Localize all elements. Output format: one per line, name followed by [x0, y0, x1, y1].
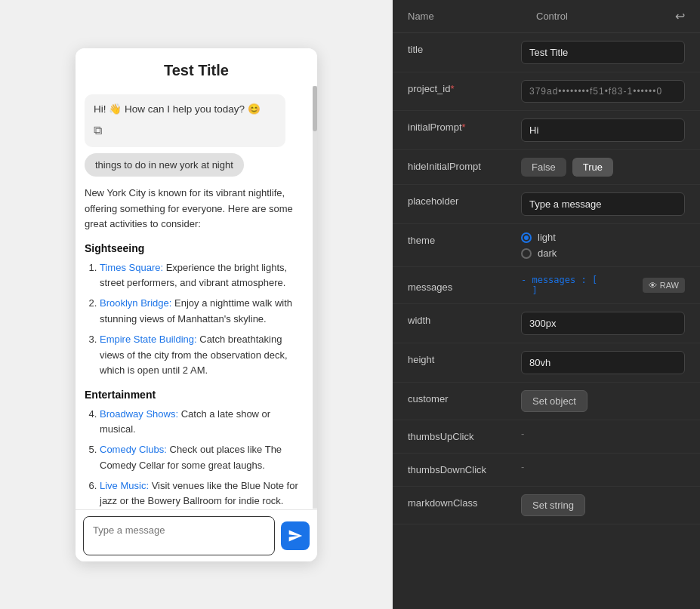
item-title: Times Square:	[100, 262, 163, 273]
prop-name-hide-initial-prompt: hideInitialPrompt	[408, 158, 506, 172]
placeholder-input[interactable]	[521, 192, 685, 216]
list-item: Times Square: Experience the bright ligh…	[100, 260, 308, 292]
eye-icon: 👁	[649, 281, 657, 290]
prop-control-thumbs-down: -	[521, 461, 685, 472]
prop-name-messages: messages	[408, 278, 506, 293]
prop-control-markdown-class: Set string	[521, 494, 685, 516]
prop-name-customer: customer	[408, 390, 506, 404]
section2-title: Entertainment	[85, 386, 308, 403]
list-item: Live Music: Visit venues like the Blue N…	[100, 478, 308, 509]
entertainment-list: Broadway Shows: Catch a late show or mus…	[85, 407, 308, 509]
user-message-bubble: things to do in new york at night	[85, 153, 244, 177]
bot-initial-message: Hi! 👋 How can I help you today? 😊 ⧉	[85, 94, 285, 147]
thumbs-down-value: -	[521, 461, 524, 472]
prop-name-thumbs-up: thumbsUpClick	[408, 428, 506, 442]
list-item: Brooklyn Bridge: Enjoy a nighttime walk …	[100, 296, 308, 328]
prop-control-initial-prompt	[521, 118, 685, 142]
prop-row-title: title	[393, 33, 700, 72]
chat-title: Test Title	[76, 48, 317, 88]
prop-name-project-id: project_id*	[408, 80, 506, 94]
messages-value: - messages : [ ]	[521, 275, 637, 296]
prop-control-project-id	[521, 80, 685, 103]
copy-icon[interactable]: ⧉	[94, 121, 102, 140]
send-icon	[288, 528, 303, 543]
chat-input-area	[76, 509, 317, 561]
chat-input[interactable]	[83, 516, 275, 555]
sightseeing-list: Times Square: Experience the bright ligh…	[85, 260, 308, 380]
reset-icon[interactable]: ↩	[675, 9, 685, 23]
prop-control-title	[521, 41, 685, 64]
initial-message-text: Hi! 👋 How can I help you today? 😊	[94, 103, 261, 115]
list-item: Comedy Clubs: Check out places like The …	[100, 442, 308, 474]
item-title: Empire State Building:	[100, 334, 197, 345]
project-id-input[interactable]	[521, 80, 685, 103]
prop-row-hide-initial-prompt: hideInitialPrompt False True	[393, 150, 700, 185]
send-button[interactable]	[281, 521, 310, 550]
theme-light-label: light	[538, 232, 556, 243]
right-panel: Name Control ↩ title project_id* initial…	[393, 0, 700, 609]
prop-row-placeholder: placeholder	[393, 185, 700, 224]
item-title: Comedy Clubs:	[100, 444, 167, 455]
prop-name-height: height	[408, 351, 506, 365]
prop-control-width	[521, 312, 685, 335]
prop-control-hide-initial-prompt: False True	[521, 158, 685, 177]
chat-widget: Test Title Hi! 👋 How can I help you toda…	[76, 48, 317, 561]
props-header: Name Control ↩	[393, 0, 700, 33]
prop-row-project-id: project_id*	[393, 72, 700, 111]
bot-response-intro: New York City is known for its vibrant n…	[85, 187, 293, 230]
list-item: Empire State Building: Catch breathtakin…	[100, 332, 308, 379]
title-input[interactable]	[521, 41, 685, 64]
prop-row-width: width	[393, 304, 700, 343]
initial-prompt-input[interactable]	[521, 118, 685, 142]
item-title: Brooklyn Bridge:	[100, 297, 171, 309]
prop-row-thumbs-down: thumbsDownClick -	[393, 454, 700, 487]
toggle-false-button[interactable]: False	[521, 158, 566, 177]
prop-name-title: title	[408, 41, 506, 55]
theme-dark-option[interactable]: dark	[521, 248, 557, 259]
toggle-true-button[interactable]: True	[572, 158, 613, 177]
prop-control-messages: - messages : [ ] 👁 RAW	[521, 275, 685, 296]
section1-title: Sightseeing	[85, 240, 308, 257]
prop-control-customer: Set object	[521, 390, 685, 412]
item-title: Live Music:	[100, 480, 149, 491]
prop-row-messages: messages - messages : [ ] 👁 RAW	[393, 267, 700, 304]
prop-name-width: width	[408, 312, 506, 326]
prop-control-placeholder	[521, 192, 685, 216]
prop-row-height: height	[393, 343, 700, 383]
raw-button[interactable]: 👁 RAW	[643, 278, 685, 293]
theme-radio-group: light dark	[521, 232, 557, 259]
prop-name-placeholder: placeholder	[408, 192, 506, 207]
prop-name-thumbs-down: thumbsDownClick	[408, 461, 506, 475]
prop-control-thumbs-up: -	[521, 428, 685, 439]
prop-row-thumbs-up: thumbsUpClick -	[393, 420, 700, 454]
chat-messages: Hi! 👋 How can I help you today? 😊 ⧉ thin…	[76, 88, 317, 509]
set-string-button[interactable]: Set string	[521, 494, 585, 516]
theme-light-option[interactable]: light	[521, 232, 557, 243]
height-input[interactable]	[521, 351, 685, 374]
prop-row-customer: customer Set object	[393, 383, 700, 420]
user-message-text: things to do in new york at night	[95, 159, 233, 171]
left-panel: Test Title Hi! 👋 How can I help you toda…	[0, 0, 393, 609]
prop-control-theme: light dark	[521, 232, 685, 259]
radio-dark-circle	[521, 248, 532, 259]
prop-control-height	[521, 351, 685, 374]
prop-row-markdown-class: markdownClass Set string	[393, 487, 700, 524]
header-control-label: Control	[536, 11, 645, 22]
prop-row-initial-prompt: initialPrompt*	[393, 111, 700, 150]
item-title: Broadway Shows:	[100, 408, 178, 420]
prop-name-markdown-class: markdownClass	[408, 494, 506, 509]
width-input[interactable]	[521, 312, 685, 335]
radio-light-circle	[521, 232, 532, 243]
prop-name-initial-prompt: initialPrompt*	[408, 118, 506, 133]
prop-name-theme: theme	[408, 232, 506, 246]
theme-dark-label: dark	[538, 248, 557, 259]
bot-response: New York City is known for its vibrant n…	[85, 183, 308, 509]
set-object-button[interactable]: Set object	[521, 390, 587, 412]
header-name-label: Name	[408, 11, 506, 22]
scroll-track	[313, 86, 317, 509]
thumbs-up-value: -	[521, 428, 524, 439]
scroll-thumb[interactable]	[313, 86, 317, 131]
list-item: Broadway Shows: Catch a late show or mus…	[100, 407, 308, 438]
prop-row-theme: theme light dark	[393, 224, 700, 267]
